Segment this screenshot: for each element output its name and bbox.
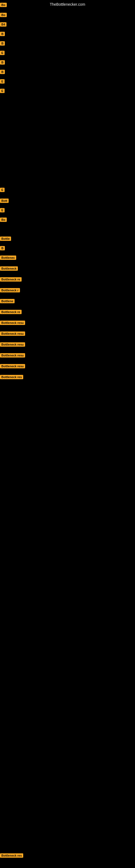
badge-2[interactable]: Bo	[0, 13, 7, 17]
bottleneck-res-label: Bottleneck res	[0, 854, 23, 858]
badge-19[interactable]: Bottleneck	[0, 267, 18, 271]
badge-10[interactable]: E	[0, 89, 5, 93]
badge-9[interactable]: E	[0, 79, 5, 84]
site-title: TheBottlenecker.com	[0, 0, 135, 8]
badge-27[interactable]: Bottleneck resu	[0, 353, 25, 358]
badge-14[interactable]: E	[0, 208, 5, 212]
badge-3[interactable]: B4	[0, 22, 6, 27]
badge-26[interactable]: Bottleneck resu	[0, 342, 25, 347]
badge-5[interactable]: B	[0, 41, 5, 45]
badge-12[interactable]: E	[0, 188, 5, 192]
badge-24[interactable]: Bottleneck resu	[0, 321, 25, 325]
badge-8[interactable]: B	[0, 70, 5, 74]
badge-25[interactable]: Bottleneck resu	[0, 332, 25, 336]
badge-7[interactable]: B	[0, 60, 5, 65]
badge-29[interactable]: Bottleneck res	[0, 375, 23, 379]
badge-20[interactable]: Bottleneck re	[0, 277, 21, 282]
badge-1[interactable]: Bo	[0, 3, 7, 7]
badge-18[interactable]: Bottlenec	[0, 255, 16, 260]
badge-4[interactable]: B	[0, 32, 5, 36]
badge-28[interactable]: Bottleneck resu	[0, 364, 25, 368]
badge-17[interactable]: B	[0, 246, 5, 250]
badge-16[interactable]: Bottle	[0, 237, 11, 241]
badge-22[interactable]: Bottlene	[0, 299, 14, 303]
badge-23[interactable]: Bottleneck re	[0, 310, 21, 314]
badge-13[interactable]: Bott	[0, 198, 9, 203]
badge-6[interactable]: E	[0, 51, 5, 55]
badge-15[interactable]: Bo	[0, 218, 7, 222]
badge-21[interactable]: Bottleneck r	[0, 288, 20, 292]
